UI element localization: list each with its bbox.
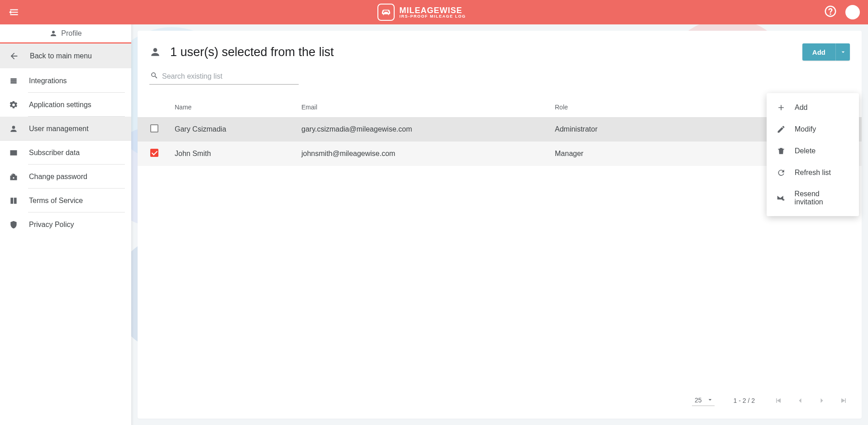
prev-page-button[interactable] — [796, 396, 805, 405]
sidebar-item-change-password[interactable]: Change password — [0, 165, 131, 189]
add-button-caret[interactable] — [835, 43, 850, 61]
search-input[interactable] — [149, 69, 299, 85]
page-title: 1 user(s) selected from the list — [170, 45, 334, 59]
actions-dropdown: Add Modify Delete Refresh list Resend in… — [767, 93, 859, 216]
dropdown-item-add[interactable]: Add — [767, 97, 859, 118]
add-split-button[interactable]: Add — [802, 43, 850, 61]
account-button[interactable] — [845, 5, 860, 19]
next-page-button[interactable] — [817, 396, 826, 405]
help-icon — [824, 5, 837, 18]
chevron-left-icon — [796, 396, 805, 405]
sidebar-header-label: Profile — [61, 29, 81, 38]
table-row[interactable]: Gary Csizmadia gary.csizmadia@mileagewis… — [138, 117, 862, 142]
dropdown-item-modify[interactable]: Modify — [767, 118, 859, 140]
mail-forward-icon — [777, 194, 786, 203]
brand-area: MILEAGEWISE IRS-PROOF MILEAGE LOG — [20, 4, 824, 21]
refresh-icon — [777, 168, 786, 177]
app-header: MILEAGEWISE IRS-PROOF MILEAGE LOG — [0, 0, 868, 24]
table-footer: 25 1 - 2 / 2 — [138, 386, 862, 419]
add-button-main[interactable]: Add — [802, 43, 835, 61]
sidebar-item-label: Terms of Service — [29, 197, 83, 205]
main-card: 1 user(s) selected from the list Add — [138, 31, 862, 419]
column-header-name[interactable]: Name — [170, 97, 297, 117]
column-header-email[interactable]: Email — [297, 97, 550, 117]
first-page-button[interactable] — [774, 396, 783, 405]
sidebar-item-terms[interactable]: Terms of Service — [0, 189, 131, 212]
dropdown-item-label: Modify — [795, 125, 816, 133]
page-size-value: 25 — [695, 397, 702, 404]
back-arrow-icon — [9, 51, 19, 61]
terms-icon — [9, 196, 18, 205]
last-page-icon — [839, 396, 848, 405]
chevron-down-icon — [839, 48, 847, 56]
sidebar-item-subscriber-data[interactable]: Subscriber data — [0, 141, 131, 165]
cell-email: johnsmith@mileagewise.com — [297, 142, 550, 166]
privacy-icon — [9, 220, 18, 229]
sidebar-item-application-settings[interactable]: Application settings — [0, 93, 131, 117]
dropdown-item-delete[interactable]: Delete — [767, 140, 859, 162]
profile-icon — [49, 29, 57, 38]
menu-collapse-icon — [8, 6, 20, 18]
integrations-icon — [9, 76, 18, 85]
cell-name: Gary Csizmadia — [170, 117, 297, 142]
sidebar-item-user-management[interactable]: User management — [0, 117, 131, 141]
brand-text: MILEAGEWISE IRS-PROOF MILEAGE LOG — [399, 6, 466, 19]
trash-icon — [777, 146, 786, 156]
dropdown-item-label: Refresh list — [795, 169, 831, 177]
sidebar-item-label: Subscriber data — [29, 149, 80, 157]
sidebar-item-label: Change password — [29, 173, 87, 181]
brand-title: MILEAGEWISE — [399, 6, 466, 14]
pencil-icon — [777, 125, 786, 134]
table-row[interactable]: John Smith johnsmith@mileagewise.com Man… — [138, 142, 862, 166]
brand-subtitle: IRS-PROOF MILEAGE LOG — [399, 14, 466, 19]
cell-email: gary.csizmadia@mileagewise.com — [297, 117, 550, 142]
sidebar-item-label: Integrations — [29, 77, 67, 85]
sidebar-item-label: Application settings — [29, 101, 91, 109]
first-page-icon — [774, 396, 783, 405]
add-button-label: Add — [812, 48, 825, 56]
page-size-select[interactable]: 25 — [692, 395, 715, 406]
dropdown-item-resend[interactable]: Resend invitation — [767, 184, 859, 212]
avatar-icon — [845, 5, 860, 19]
sidebar-item-integrations[interactable]: Integrations — [0, 69, 131, 93]
search-icon — [150, 71, 158, 80]
help-button[interactable] — [824, 5, 837, 20]
subscriber-icon — [9, 148, 18, 157]
sidebar: Profile Back to main menu Integrations A… — [0, 24, 131, 425]
search-field[interactable] — [149, 69, 299, 85]
password-icon — [9, 172, 18, 181]
chevron-right-icon — [817, 396, 826, 405]
page-range: 1 - 2 / 2 — [734, 397, 755, 404]
cell-name: John Smith — [170, 142, 297, 166]
sidebar-item-privacy[interactable]: Privacy Policy — [0, 212, 131, 236]
sidebar-header: Profile — [0, 24, 131, 43]
row-checkbox[interactable] — [150, 149, 158, 157]
last-page-button[interactable] — [839, 396, 848, 405]
plus-icon — [777, 103, 786, 112]
sidebar-item-label: Privacy Policy — [29, 221, 74, 229]
users-table: Name Email Role Gary Csizmadia gary.csiz… — [138, 97, 862, 166]
dropdown-item-label: Resend invitation — [795, 190, 849, 206]
users-icon — [149, 46, 161, 58]
row-checkbox[interactable] — [150, 124, 158, 132]
settings-icon — [9, 100, 18, 109]
brand-logo-icon — [377, 4, 395, 21]
dropdown-item-label: Add — [795, 104, 807, 112]
sidebar-item-label: User management — [29, 125, 89, 133]
user-management-icon — [9, 124, 18, 133]
dropdown-caret-icon — [706, 396, 714, 403]
dropdown-item-refresh[interactable]: Refresh list — [767, 162, 859, 184]
sidebar-back-label: Back to main menu — [30, 52, 92, 60]
dropdown-item-label: Delete — [795, 147, 816, 155]
collapse-menu-button[interactable] — [8, 6, 20, 18]
sidebar-back-button[interactable]: Back to main menu — [0, 43, 131, 69]
